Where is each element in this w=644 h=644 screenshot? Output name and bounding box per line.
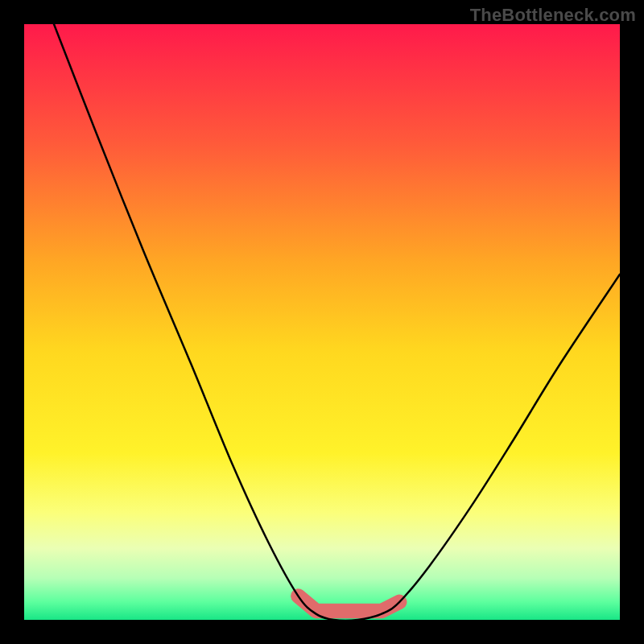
gradient-background	[24, 24, 620, 620]
attribution-label: TheBottleneck.com	[470, 5, 636, 26]
plot-area	[24, 24, 620, 620]
chart-frame: TheBottleneck.com	[0, 0, 644, 644]
bottleneck-chart-svg	[24, 24, 620, 620]
